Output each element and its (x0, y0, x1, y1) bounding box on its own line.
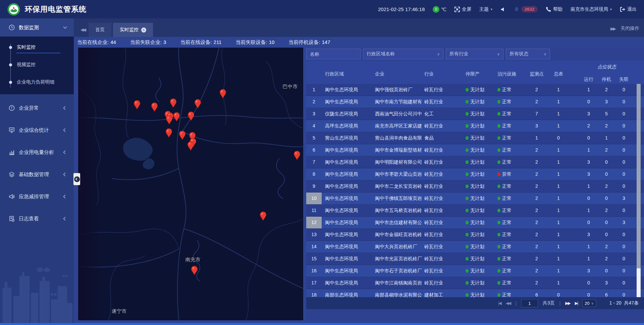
status-dot-green (497, 100, 500, 104)
table-row[interactable]: 16阆中生态环境局阆中市石子页岩机砖厂砖瓦行业无计划正常21300 (306, 265, 644, 277)
map-pin[interactable] (293, 151, 301, 160)
cell-region: 阆中生态环境局 (325, 241, 374, 253)
speaker-icon (500, 7, 506, 12)
org-dropdown[interactable]: 南充市生态环境局 ▾ (571, 6, 612, 12)
sidebar-collapse-button[interactable] (73, 173, 80, 185)
scrollbar-thumb[interactable] (637, 84, 641, 268)
page-number-input[interactable] (521, 299, 538, 307)
alert-circle-icon (9, 105, 15, 111)
page-size-select[interactable]: 20 ∨ (582, 300, 596, 307)
map-pin[interactable] (260, 211, 267, 221)
row-index: 14 (306, 241, 322, 253)
map-pin[interactable] (179, 130, 186, 140)
tab-home[interactable]: 首页 (89, 23, 111, 37)
cell-company: 南部县砌华水泥有限公 (375, 289, 425, 297)
table-row[interactable]: 11阆中生态环境局阆中市五马桥页岩机砖砖瓦行业无计划正常21120 (306, 205, 644, 217)
table-row[interactable]: 1阆中生态环境局阆中强锐页岩砖厂砖瓦行业无计划正常21120 (306, 84, 644, 96)
table-row[interactable]: 2阆中生态环境局阆中市南方节能建材有砖瓦行业无计划正常21030 (306, 96, 644, 108)
table-row[interactable]: 7阆中生态环境局阆中明阳建材有限公司砖瓦行业无计划正常21300 (306, 156, 644, 168)
megaphone-icon (9, 194, 15, 200)
status-dot-green (497, 88, 500, 92)
cell-run: 3 (580, 156, 597, 168)
col-industry: 行业 (424, 71, 434, 77)
region-filter-select[interactable]: 行政区域名称 ∨ (363, 49, 443, 59)
industry-filter-select[interactable]: 所有行业 ∨ (446, 49, 503, 59)
sidebar-item-enterprise-abnormal[interactable]: 企业异常 (0, 99, 74, 117)
next-page-icon[interactable]: ▶▶ (565, 301, 570, 306)
map-pin[interactable] (187, 141, 194, 151)
cell-meters: 1 (550, 253, 567, 265)
tab-scroll-left-icon[interactable]: ◀◀ (80, 27, 85, 32)
sidebar-item-data-monitoring[interactable]: 数据监测 (0, 18, 74, 37)
cell-run: 1 (580, 84, 597, 96)
last-page-icon[interactable]: ▶| (575, 301, 578, 306)
map-pin[interactable] (191, 266, 198, 275)
sidebar-item-emergency-reduction[interactable]: 应急减排管理 (0, 187, 74, 206)
cell-facility: 正常 (497, 96, 528, 108)
pagination-range: 1 - 20 共47条 (609, 300, 639, 306)
prev-page-icon[interactable]: ◀◀ (506, 301, 511, 306)
map-pin[interactable] (170, 98, 177, 108)
notifications[interactable]: 2632 (514, 6, 538, 12)
sidebar-item-realtime-monitor[interactable]: 实时监控 (0, 39, 74, 56)
table-row[interactable]: 10阆中生态环境局阆中千佛镇五郎垭页岩砖瓦行业无计划正常21003 (306, 193, 644, 205)
table-row[interactable]: 17阆中生态环境局阆中市江南镇阆南页岩砖瓦行业无计划正常21030 (306, 277, 644, 289)
map-pin[interactable] (194, 99, 201, 109)
cell-lost: 0 (615, 96, 632, 108)
name-filter-input[interactable] (310, 51, 357, 57)
sidebar-item-power-analysis[interactable]: 企业用电量分析 (0, 143, 74, 161)
table-row[interactable]: 3仪陇生态环境局西南油气田分公司川中化工无计划正常71350 (306, 108, 644, 120)
table-row[interactable]: 14阆中生态环境局阆中大兴页岩机砖厂砖瓦行业无计划正常21120 (306, 241, 644, 253)
map-pin[interactable] (133, 100, 141, 110)
scrollbar-track[interactable] (637, 268, 641, 297)
stat-offline-devices: 当前失联设备:10 (235, 39, 274, 46)
map-pin[interactable] (165, 128, 172, 138)
bottom-accent-strip (0, 323, 644, 325)
tab-realtime-monitor[interactable]: 实时监控 × (113, 23, 153, 37)
map-pin[interactable] (173, 112, 180, 122)
table-row[interactable]: 15阆中生态环境局阆中市光富页岩机砖厂砖瓦行业无计划正常21120 (306, 253, 644, 265)
table-row[interactable]: 4高坪生态环境局南充市高坪区王家店建砖瓦行业无计划正常31220 (306, 120, 644, 132)
table-row[interactable]: 9阆中生态环境局阆中市二龙长宝页岩砖砖瓦行业无计划正常21120 (306, 180, 644, 193)
row-index: 9 (306, 180, 322, 192)
fullscreen-button[interactable]: 全屏 (454, 6, 471, 12)
cell-run: 0 (580, 277, 597, 289)
sidebar-item-log-view[interactable]: 日志查看 (0, 210, 74, 228)
first-page-icon[interactable]: |◀ (498, 301, 501, 306)
table-row[interactable]: 8阆中生态环境局阆中市枣碧大梁山页岩砖瓦行业无计划异常21300 (306, 168, 644, 180)
help-button[interactable]: 帮助 (546, 6, 562, 12)
cell-points: 2 (528, 229, 545, 240)
map-pin[interactable] (151, 102, 158, 112)
cell-run: 3 (580, 229, 597, 240)
chevron-down-icon: ▾ (491, 7, 492, 11)
table-row[interactable]: 5营山生态环境局营山县润丰肉食品有限食品无计划正常10010 (306, 132, 644, 144)
sidebar-item-power-load-detail[interactable]: 企业电力负荷明细 (0, 73, 74, 91)
theme-dropdown[interactable]: 主题 ▾ (479, 6, 492, 12)
app-header: 环保用电监管系统 2021-02-25 17:46:18 0 ℃ 全屏 主题 ▾ (0, 0, 644, 18)
cell-stop: 2 (598, 241, 615, 253)
cell-region: 阆中生态环境局 (325, 84, 374, 96)
close-operations-button[interactable]: 关闭操作 (621, 25, 639, 32)
tab-scroll-right-icon[interactable]: ▶▶ (610, 26, 615, 31)
sidebar-item-video-monitor[interactable]: 视频监控 (0, 56, 74, 73)
map-pin[interactable] (166, 115, 173, 125)
status-dot-green (466, 88, 469, 92)
mute-button[interactable] (500, 7, 506, 12)
map-canvas[interactable]: 巴中市南充市遂宁市 (78, 48, 303, 320)
chevron-down-icon: ∨ (591, 302, 594, 305)
table-row[interactable]: 12阆中生态环境局阆中市忠信建材有限公砖瓦行业无计划正常21003 (306, 217, 644, 229)
table-row[interactable]: 13阆中生态环境局阆中市金福旺页岩机砖砖瓦行业无计划正常21300 (306, 229, 644, 241)
sidebar-item-enterprise-stats[interactable]: 企业综合统计 (0, 121, 74, 139)
cell-lost: 0 (615, 144, 632, 156)
cell-region: 营山生态环境局 (325, 132, 374, 144)
status-dot-green (466, 124, 469, 128)
map-pin[interactable] (187, 111, 195, 121)
status-filter-select[interactable]: 所有状态 ∨ (506, 49, 550, 59)
sidebar-item-base-data[interactable]: 基础数据管理 (0, 165, 74, 183)
logout-button[interactable]: 退出 (620, 6, 637, 12)
close-tab-icon[interactable]: × (141, 28, 146, 33)
cell-meters: 1 (550, 241, 567, 253)
map-pin[interactable] (219, 89, 226, 99)
table-row[interactable]: 6阆中生态环境局阆中市金博瑞新型墙材砖瓦行业无计划正常21120 (306, 144, 644, 156)
table-row[interactable]: 18南部生态环境局南部县砌华水泥有限公建材加工无计划正常60060 (306, 289, 644, 297)
